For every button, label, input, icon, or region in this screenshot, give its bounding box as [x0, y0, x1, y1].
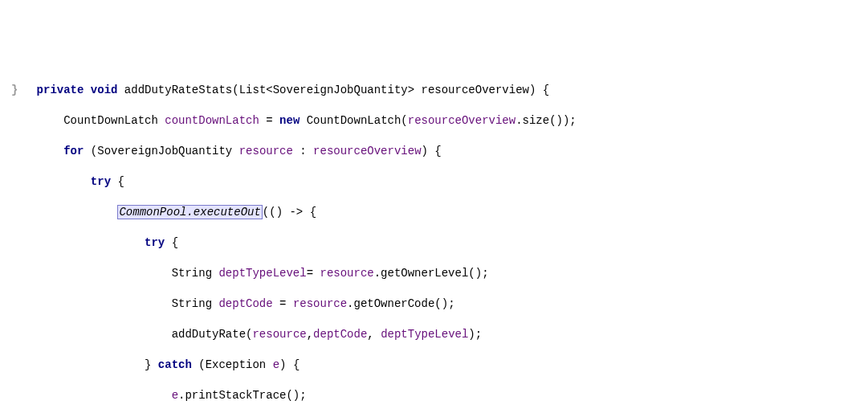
punct: ) {	[422, 145, 442, 157]
punct: }	[145, 358, 158, 371]
code-line: try {	[10, 235, 868, 251]
code-line: String deptTypeLevel= resource.getOwnerL…	[10, 266, 868, 281]
keyword-for: for	[63, 145, 84, 157]
code-line: try {	[10, 174, 868, 190]
keyword-new: new	[279, 114, 300, 127]
code-line: CommonPool.executeOut(() -> {	[10, 205, 868, 220]
variable: resourceOverview	[313, 145, 421, 157]
punct: ) {	[529, 84, 549, 96]
variable: e	[172, 389, 178, 402]
variable: countDownLatch	[165, 114, 259, 127]
ctor: CountDownLatch(	[300, 114, 407, 127]
param-type: List<SovereignJobQuantity>	[239, 84, 414, 96]
highlighted-call: CommonPool.executeOut	[117, 205, 262, 219]
variable: resource	[252, 328, 306, 341]
code-line: CountDownLatch countDownLatch = new Coun…	[10, 113, 868, 129]
keyword-catch: catch	[158, 358, 192, 371]
code-block: } private void addDutyRateStats(List<Sov…	[10, 67, 868, 417]
method-call: addDutyRate(	[172, 328, 253, 341]
keyword-try: try	[145, 236, 165, 249]
punct: (SovereignJobQuantity	[84, 145, 238, 157]
punct: (Exception	[192, 358, 273, 371]
punct: ) {	[279, 358, 300, 371]
variable: deptCode	[313, 328, 367, 341]
method-name: addDutyRateStats	[124, 84, 232, 96]
punct: ,	[367, 328, 381, 341]
punct: ,	[307, 328, 313, 341]
code-line: } private void addDutyRateStats(List<Sov…	[10, 83, 868, 98]
class-ref: CommonPool	[119, 206, 186, 219]
punct: =	[307, 267, 320, 280]
code-line: for (SovereignJobQuantity resource : res…	[10, 144, 868, 159]
gutter-mark: }	[11, 83, 18, 98]
method-ref: executeOut	[194, 206, 261, 219]
param-name: resourceOverview	[422, 84, 529, 96]
variable: resource	[293, 297, 347, 310]
variable: deptTypeLevel	[218, 267, 306, 280]
variable: resourceOverview	[408, 114, 516, 127]
punct: .printStackTrace();	[178, 389, 307, 402]
keyword-private: private	[37, 84, 84, 96]
lambda-open: (() -> {	[263, 206, 316, 219]
punct: {	[111, 175, 124, 188]
code-line: addDutyRate(resource,deptCode, deptTypeL…	[10, 327, 868, 342]
keyword-try: try	[91, 175, 111, 188]
punct: :	[293, 145, 313, 157]
punct: =	[273, 297, 293, 310]
punct: .getOwnerCode();	[347, 297, 454, 310]
punct: .size());	[516, 114, 577, 127]
variable: e	[273, 358, 279, 371]
punct: );	[468, 328, 482, 341]
variable: deptCode	[218, 297, 272, 310]
punct: (	[232, 84, 238, 96]
code-line: } catch (Exception e) {	[10, 358, 868, 373]
punct: =	[259, 114, 279, 127]
type: String	[172, 267, 219, 280]
punct: {	[165, 236, 178, 249]
variable: deptTypeLevel	[381, 328, 468, 341]
code-line: String deptCode = resource.getOwnerCode(…	[10, 296, 868, 312]
type: CountDownLatch	[63, 114, 158, 127]
variable: resource	[320, 267, 373, 280]
punct: .	[186, 206, 193, 219]
punct: .getOwnerLevel();	[374, 267, 489, 280]
code-line: e.printStackTrace();	[10, 388, 868, 403]
type: String	[172, 297, 219, 310]
keyword-void: void	[91, 84, 118, 96]
variable: resource	[239, 145, 293, 157]
